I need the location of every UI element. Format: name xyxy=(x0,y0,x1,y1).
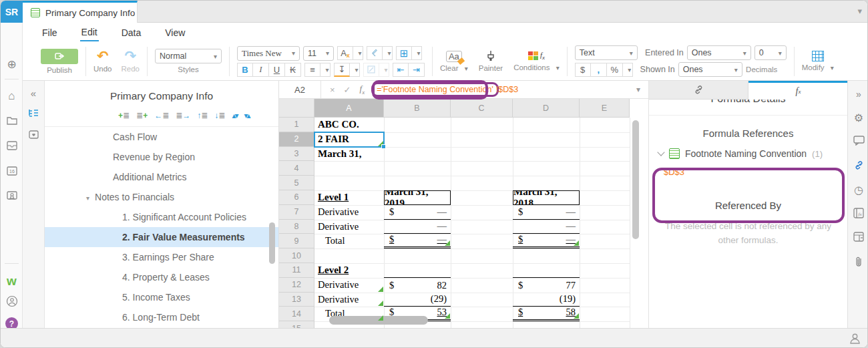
number-format-dropdown[interactable]: ▾ xyxy=(623,63,633,77)
font-color-button[interactable]: Ax xyxy=(337,46,353,60)
vertical-align-button[interactable]: ↧ xyxy=(334,63,350,77)
expand-formula-bar-icon[interactable]: ▾ xyxy=(636,85,640,94)
row-header-2[interactable]: 2 xyxy=(279,132,314,147)
indent-increase-button[interactable]: ⇥ xyxy=(409,63,425,77)
insert-function-icon[interactable]: fx xyxy=(360,83,365,96)
row-header-3[interactable]: 3 xyxy=(279,147,314,162)
document-tab[interactable]: Primary Company Info xyxy=(23,1,138,23)
row-header-15[interactable]: 15 xyxy=(279,321,314,328)
row-header-4[interactable]: 4 xyxy=(279,161,314,176)
confirm-formula-icon[interactable]: ✓ xyxy=(344,85,351,95)
font-color-dropdown[interactable]: ▾ xyxy=(353,46,363,60)
column-header-C[interactable]: C xyxy=(451,99,513,118)
selection-fill-handle[interactable] xyxy=(381,144,386,149)
sidebar-item-1-significant-account-policies[interactable]: 1. Significant Account Policies xyxy=(45,207,278,227)
cell-D12[interactable]: $77 xyxy=(513,278,580,293)
column-header-D[interactable]: D xyxy=(513,99,580,118)
publish-button[interactable] xyxy=(41,49,78,64)
cell-A8[interactable]: Derivative xyxy=(314,220,384,234)
indent-decrease-button[interactable]: ⇤ xyxy=(393,63,409,77)
settings-gear-icon[interactable]: ⚙ xyxy=(848,112,868,124)
row-header-5[interactable]: 5 xyxy=(279,176,314,190)
move-section-down-icon[interactable]: ↓≣ xyxy=(214,111,225,120)
menu-data[interactable]: Data xyxy=(120,25,143,41)
shown-in-dropdown[interactable]: Ones ▾ xyxy=(678,62,742,77)
modify-table-icon[interactable] xyxy=(812,51,824,61)
formula-input[interactable]: ='Footnote Naming Convention' !$D$3 xyxy=(371,82,518,97)
menu-edit[interactable]: Edit xyxy=(80,24,99,41)
currency-format-button[interactable]: $ xyxy=(575,63,591,77)
column-header-A[interactable]: A xyxy=(314,99,384,118)
align-button[interactable]: ≡ xyxy=(304,63,320,77)
entered-in-dropdown[interactable]: Ones ▾ xyxy=(687,45,751,60)
sidebar-item-additional-metrics[interactable]: Additional Metrics xyxy=(45,167,278,187)
cell-D6[interactable]: March 31, 2018 xyxy=(513,190,580,205)
row-header-7[interactable]: 7 xyxy=(279,205,314,220)
expand-panel-icon[interactable]: » xyxy=(848,89,868,100)
cell-A12[interactable]: Derivative xyxy=(314,278,384,293)
cell-B7[interactable]: $— xyxy=(384,205,451,220)
account-icon[interactable] xyxy=(1,295,23,307)
certified-badge-icon[interactable] xyxy=(1,191,23,201)
redo-icon[interactable]: ↷ xyxy=(124,49,136,63)
cell-B9[interactable]: $— xyxy=(384,234,451,248)
section-caret-icon[interactable]: ▾ xyxy=(86,194,89,202)
expand-all-icon[interactable]: ▴▾ xyxy=(232,111,237,120)
sidebar-item-6-long-term-debt[interactable]: 6. Long-Term Debt xyxy=(45,307,278,327)
files-folder-icon[interactable] xyxy=(1,116,23,125)
fill-color-button[interactable] xyxy=(367,46,383,60)
bookmarks-panel-icon[interactable] xyxy=(23,130,44,140)
sidebar-item-2-fair-value-measurements[interactable]: 2. Fair Value Measurements xyxy=(45,227,278,247)
styles-dropdown[interactable]: Normal ▾ xyxy=(155,49,222,63)
move-section-left-icon[interactable]: ←≣ xyxy=(154,111,169,120)
sidebar-item-revenue-by-region[interactable]: Revenue by Region xyxy=(45,147,278,167)
outline-panel-icon[interactable] xyxy=(23,109,44,118)
align-dropdown[interactable]: ▾ xyxy=(320,63,331,77)
borders-dropdown[interactable]: ▾ xyxy=(412,46,422,60)
italic-button[interactable]: I xyxy=(253,63,269,77)
sidebar-item-5-income-taxes[interactable]: 5. Income Taxes xyxy=(45,287,278,307)
sidebar-item-3-earnings-per-share[interactable]: 3. Earnings Per Share xyxy=(45,247,278,267)
column-header-E[interactable]: E xyxy=(580,99,630,118)
comma-format-button[interactable]: , xyxy=(591,63,607,77)
insert-section-above-icon[interactable]: +≣ xyxy=(118,111,130,120)
sidebar-item-notes-to-financials[interactable]: ▾Notes to Financials xyxy=(45,187,278,207)
cell-A7[interactable]: Derivative xyxy=(314,205,384,220)
sidebar-item-cash-flow[interactable]: Cash Flow xyxy=(45,127,278,147)
cell-A1[interactable]: ABC CO. xyxy=(314,118,384,132)
cell-A13[interactable]: Derivative xyxy=(314,293,384,307)
cancel-formula-icon[interactable]: × xyxy=(330,85,335,95)
cell-A3[interactable]: March 31,2019 xyxy=(314,147,384,162)
spreadsheet-grid[interactable]: ABCDE123456789101112131415ABC CO.2 FAIRV… xyxy=(279,99,648,328)
percent-format-button[interactable]: % xyxy=(607,63,623,77)
column-header-B[interactable]: B xyxy=(384,99,451,118)
row-header-8[interactable]: 8 xyxy=(279,220,314,234)
fill-color-dropdown[interactable]: ▾ xyxy=(383,46,393,60)
row-header-11[interactable]: 11 xyxy=(279,263,314,278)
font-family-dropdown[interactable]: Times New ▾ xyxy=(237,46,300,61)
panel-layout-icon[interactable] xyxy=(848,232,868,242)
cell-D9[interactable]: $— xyxy=(513,234,580,248)
row-header-14[interactable]: 14 xyxy=(279,307,314,321)
cell-B11[interactable] xyxy=(384,263,451,278)
row-header-10[interactable]: 10 xyxy=(279,248,314,263)
calendar-icon[interactable]: 16 xyxy=(1,166,23,176)
cell-B12[interactable]: $82 xyxy=(384,278,451,293)
formula-document-icon[interactable]: fx xyxy=(848,208,868,218)
strikethrough-button[interactable]: K xyxy=(285,63,301,77)
cell-D7[interactable]: $— xyxy=(513,205,580,220)
cell-D11[interactable] xyxy=(513,263,580,278)
collapse-sidebar-icon[interactable]: « xyxy=(23,88,44,99)
user-initials-badge[interactable]: SR xyxy=(1,1,23,23)
row-header-12[interactable]: 12 xyxy=(279,278,314,293)
reference-cell-link[interactable]: $D$3 xyxy=(664,167,847,177)
clear-formatting-icon[interactable]: Aa xyxy=(446,51,462,62)
create-new-icon[interactable]: ⊕ xyxy=(1,57,23,71)
move-section-right-icon[interactable]: ≣→ xyxy=(176,111,190,120)
merge-cells-dropdown[interactable]: ▾ xyxy=(379,63,389,77)
collapse-all-icon[interactable]: ▾▴ xyxy=(244,111,249,120)
row-header-6[interactable]: 6 xyxy=(279,190,314,205)
menu-view[interactable]: View xyxy=(164,25,186,41)
cell-D13[interactable]: (19) xyxy=(513,293,580,307)
undo-icon[interactable]: ↶ xyxy=(97,49,109,63)
